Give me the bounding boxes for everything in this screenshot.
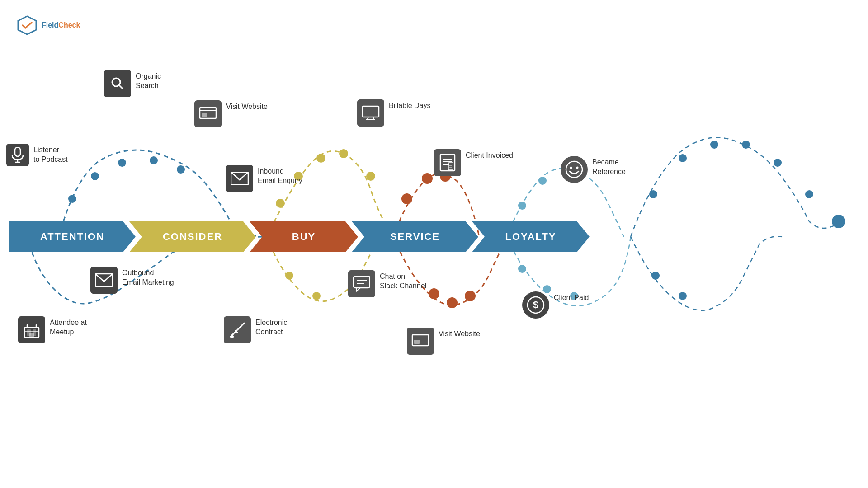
- svg-point-19: [518, 202, 526, 210]
- logo: FieldCheck: [16, 14, 80, 36]
- touchpoint-visit-website-bottom: Visit Website: [407, 328, 480, 355]
- svg-rect-40: [363, 106, 379, 117]
- svg-line-36: [119, 85, 123, 89]
- inbound-email-label: InboundEmail Enquiry: [258, 165, 302, 186]
- svg-point-9: [339, 149, 348, 158]
- svg-point-12: [312, 292, 321, 300]
- svg-point-6: [276, 199, 285, 208]
- svg-marker-0: [18, 16, 36, 34]
- outbound-email-label: OutboundEmail Marketing: [122, 267, 174, 287]
- visit-website-bottom-label: Visit Website: [439, 328, 480, 339]
- dollar-icon: $: [522, 291, 549, 319]
- touchpoint-visit-website-top: Visit Website: [194, 100, 268, 127]
- invoice-icon: [434, 149, 461, 176]
- stage-attention: ATTENTION: [9, 221, 136, 252]
- logo-icon: [16, 14, 38, 36]
- billable-days-label: Billable Days: [389, 99, 430, 111]
- svg-point-18: [465, 291, 476, 301]
- svg-point-27: [710, 141, 718, 149]
- stage-buy: BUY: [250, 221, 358, 252]
- svg-point-14: [422, 173, 433, 184]
- stage-consider: CONSIDER: [129, 221, 256, 252]
- svg-point-56: [566, 161, 582, 178]
- client-paid-label: Client Paid: [554, 291, 589, 303]
- svg-point-2: [91, 172, 99, 180]
- touchpoint-attendee-meetup: Attendee atMeetup: [18, 316, 87, 343]
- svg-point-25: [649, 190, 657, 198]
- touchpoint-became-reference: BecameReference: [561, 156, 626, 183]
- attendee-meetup-label: Attendee atMeetup: [50, 316, 87, 337]
- svg-point-8: [316, 154, 326, 163]
- svg-point-10: [366, 172, 375, 181]
- svg-point-57: [570, 167, 572, 169]
- stage-loyalty: LOYALTY: [472, 221, 590, 252]
- svg-point-22: [518, 265, 526, 273]
- touchpoint-electronic-contract: ElectronicContract: [224, 316, 287, 343]
- logo-text: FieldCheck: [42, 21, 80, 29]
- touchpoint-listener-podcast: Listenerto Podcast: [6, 144, 68, 166]
- svg-point-11: [285, 272, 293, 280]
- svg-point-5: [177, 165, 185, 174]
- meetup-icon: [18, 316, 45, 343]
- microphone-icon: [6, 144, 29, 166]
- touchpoint-client-paid: $ Client Paid: [522, 291, 589, 319]
- website-icon-bottom: [407, 328, 434, 355]
- touchpoint-inbound-email: InboundEmail Enquiry: [226, 165, 302, 192]
- svg-text:$: $: [533, 299, 538, 310]
- svg-line-73: [238, 326, 241, 329]
- electronic-contract-label: ElectronicContract: [255, 316, 287, 337]
- touchpoint-client-invoiced: Client Invoiced: [434, 149, 513, 176]
- svg-point-16: [429, 288, 439, 299]
- svg-line-74: [241, 323, 244, 326]
- became-reference-label: BecameReference: [592, 156, 626, 177]
- svg-point-58: [576, 167, 579, 169]
- svg-point-29: [774, 159, 782, 167]
- svg-rect-68: [29, 333, 34, 338]
- client-invoiced-label: Client Invoiced: [466, 149, 513, 160]
- svg-rect-39: [202, 113, 207, 117]
- stage-service: SERVICE: [352, 221, 478, 252]
- svg-point-26: [679, 154, 687, 162]
- svg-point-32: [651, 272, 660, 280]
- email-inbound-icon: [226, 165, 253, 192]
- monitor-icon: [357, 99, 384, 127]
- touchpoint-outbound-email: OutboundEmail Marketing: [90, 267, 174, 294]
- svg-rect-60: [354, 276, 370, 288]
- svg-point-13: [401, 193, 412, 204]
- touchpoint-organic-search: OrganicSearch: [104, 70, 161, 97]
- slack-chat-label: Chat onSlack Channel: [380, 270, 426, 291]
- svg-point-1: [68, 195, 76, 203]
- website-icon-top: [194, 100, 222, 127]
- svg-point-28: [742, 141, 750, 149]
- chat-icon: [348, 270, 375, 297]
- search-icon: [104, 70, 131, 97]
- svg-point-33: [679, 292, 687, 300]
- svg-point-3: [118, 159, 126, 167]
- svg-rect-80: [414, 340, 420, 344]
- svg-point-30: [805, 190, 813, 198]
- email-outbound-icon: [90, 267, 118, 294]
- svg-point-4: [150, 156, 158, 164]
- svg-point-17: [447, 297, 458, 308]
- svg-rect-44: [15, 147, 20, 156]
- svg-point-77: [231, 335, 234, 338]
- organic-search-label: OrganicSearch: [136, 70, 161, 91]
- svg-rect-53: [448, 163, 453, 170]
- touchpoint-slack-chat: Chat onSlack Channel: [348, 270, 426, 297]
- journey-bar: ATTENTION CONSIDER BUY SERVICE LOYALTY: [9, 221, 859, 252]
- contract-icon: [224, 316, 251, 343]
- smiley-icon: [561, 156, 588, 183]
- visit-website-top-label: Visit Website: [226, 100, 268, 112]
- touchpoint-billable-days: Billable Days: [357, 99, 430, 127]
- svg-point-20: [538, 177, 547, 185]
- listener-podcast-label: Listenerto Podcast: [33, 144, 68, 164]
